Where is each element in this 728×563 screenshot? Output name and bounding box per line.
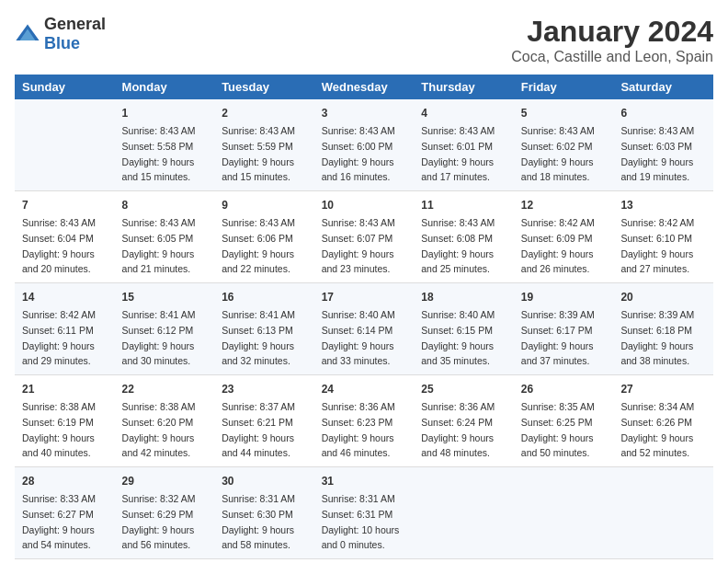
day-number: 2 <box>222 105 307 121</box>
calendar-cell: 9Sunrise: 8:43 AMSunset: 6:06 PMDaylight… <box>214 191 314 283</box>
col-sunday: Sunday <box>15 75 115 99</box>
day-info: Sunrise: 8:43 AMSunset: 6:04 PMDaylight:… <box>22 217 96 274</box>
calendar-cell: 3Sunrise: 8:43 AMSunset: 6:00 PMDaylight… <box>314 99 415 191</box>
calendar-cell: 11Sunrise: 8:43 AMSunset: 6:08 PMDayligh… <box>414 191 514 283</box>
day-info: Sunrise: 8:39 AMSunset: 6:18 PMDaylight:… <box>620 309 694 366</box>
day-number: 10 <box>322 197 407 213</box>
day-number: 30 <box>222 473 307 489</box>
logo-icon <box>15 21 40 47</box>
day-info: Sunrise: 8:43 AMSunset: 6:01 PMDaylight:… <box>421 125 495 182</box>
day-number: 17 <box>322 289 407 305</box>
day-info: Sunrise: 8:35 AMSunset: 6:25 PMDaylight:… <box>521 401 595 458</box>
col-thursday: Thursday <box>414 75 514 99</box>
logo-blue: Blue <box>44 34 80 52</box>
logo-text: General Blue <box>44 15 106 53</box>
calendar-table: Sunday Monday Tuesday Wednesday Thursday… <box>15 75 713 559</box>
col-wednesday: Wednesday <box>314 75 415 99</box>
calendar-cell: 31Sunrise: 8:31 AMSunset: 6:31 PMDayligh… <box>314 467 415 559</box>
calendar-week-row: 7Sunrise: 8:43 AMSunset: 6:04 PMDaylight… <box>15 191 713 283</box>
calendar-cell <box>15 99 115 191</box>
calendar-cell: 30Sunrise: 8:31 AMSunset: 6:30 PMDayligh… <box>214 467 314 559</box>
day-info: Sunrise: 8:39 AMSunset: 6:17 PMDaylight:… <box>521 309 595 366</box>
title-section: January 2024 Coca, Castille and Leon, Sp… <box>511 15 713 65</box>
calendar-cell <box>613 467 713 559</box>
day-number: 26 <box>521 381 607 397</box>
calendar-cell <box>514 467 614 559</box>
day-info: Sunrise: 8:43 AMSunset: 5:58 PMDaylight:… <box>122 125 196 182</box>
day-info: Sunrise: 8:43 AMSunset: 6:00 PMDaylight:… <box>322 125 395 182</box>
calendar-cell: 12Sunrise: 8:42 AMSunset: 6:09 PMDayligh… <box>514 191 614 283</box>
day-info: Sunrise: 8:41 AMSunset: 6:12 PMDaylight:… <box>122 309 196 366</box>
calendar-cell: 14Sunrise: 8:42 AMSunset: 6:11 PMDayligh… <box>15 283 115 375</box>
calendar-cell: 10Sunrise: 8:43 AMSunset: 6:07 PMDayligh… <box>314 191 415 283</box>
day-number: 18 <box>421 289 506 305</box>
day-number: 23 <box>222 381 307 397</box>
calendar-cell <box>414 467 514 559</box>
day-info: Sunrise: 8:41 AMSunset: 6:13 PMDaylight:… <box>222 309 295 366</box>
calendar-cell: 1Sunrise: 8:43 AMSunset: 5:58 PMDaylight… <box>115 99 215 191</box>
day-number: 28 <box>22 473 108 489</box>
calendar-cell: 23Sunrise: 8:37 AMSunset: 6:21 PMDayligh… <box>214 375 314 467</box>
day-number: 29 <box>122 473 208 489</box>
day-number: 13 <box>620 197 706 213</box>
calendar-cell: 28Sunrise: 8:33 AMSunset: 6:27 PMDayligh… <box>15 467 115 559</box>
calendar-cell: 25Sunrise: 8:36 AMSunset: 6:24 PMDayligh… <box>414 375 514 467</box>
calendar-cell: 2Sunrise: 8:43 AMSunset: 5:59 PMDaylight… <box>214 99 314 191</box>
day-info: Sunrise: 8:33 AMSunset: 6:27 PMDaylight:… <box>22 493 96 550</box>
day-number: 1 <box>122 105 208 121</box>
day-info: Sunrise: 8:43 AMSunset: 6:07 PMDaylight:… <box>322 217 395 274</box>
calendar-cell: 6Sunrise: 8:43 AMSunset: 6:03 PMDaylight… <box>613 99 713 191</box>
day-number: 15 <box>122 289 208 305</box>
day-number: 31 <box>322 473 407 489</box>
day-number: 25 <box>421 381 506 397</box>
calendar-cell: 4Sunrise: 8:43 AMSunset: 6:01 PMDaylight… <box>414 99 514 191</box>
day-info: Sunrise: 8:43 AMSunset: 6:06 PMDaylight:… <box>222 217 295 274</box>
calendar-cell: 17Sunrise: 8:40 AMSunset: 6:14 PMDayligh… <box>314 283 415 375</box>
day-info: Sunrise: 8:32 AMSunset: 6:29 PMDaylight:… <box>122 493 196 550</box>
calendar-cell: 21Sunrise: 8:38 AMSunset: 6:19 PMDayligh… <box>15 375 115 467</box>
subtitle: Coca, Castille and Leon, Spain <box>511 49 713 65</box>
day-number: 8 <box>122 197 208 213</box>
day-number: 3 <box>322 105 407 121</box>
day-number: 22 <box>122 381 208 397</box>
day-info: Sunrise: 8:43 AMSunset: 6:02 PMDaylight:… <box>521 125 595 182</box>
calendar-cell: 24Sunrise: 8:36 AMSunset: 6:23 PMDayligh… <box>314 375 415 467</box>
calendar-cell: 13Sunrise: 8:42 AMSunset: 6:10 PMDayligh… <box>613 191 713 283</box>
calendar-week-row: 14Sunrise: 8:42 AMSunset: 6:11 PMDayligh… <box>15 283 713 375</box>
day-number: 11 <box>421 197 506 213</box>
day-info: Sunrise: 8:38 AMSunset: 6:20 PMDaylight:… <box>122 401 196 458</box>
day-info: Sunrise: 8:43 AMSunset: 5:59 PMDaylight:… <box>222 125 295 182</box>
day-info: Sunrise: 8:42 AMSunset: 6:09 PMDaylight:… <box>521 217 595 274</box>
day-info: Sunrise: 8:43 AMSunset: 6:05 PMDaylight:… <box>122 217 196 274</box>
day-info: Sunrise: 8:36 AMSunset: 6:23 PMDaylight:… <box>322 401 395 458</box>
day-number: 14 <box>22 289 108 305</box>
calendar-cell: 8Sunrise: 8:43 AMSunset: 6:05 PMDaylight… <box>115 191 215 283</box>
day-info: Sunrise: 8:34 AMSunset: 6:26 PMDaylight:… <box>620 401 694 458</box>
day-number: 12 <box>521 197 607 213</box>
calendar-cell: 5Sunrise: 8:43 AMSunset: 6:02 PMDaylight… <box>514 99 614 191</box>
day-info: Sunrise: 8:31 AMSunset: 6:31 PMDaylight:… <box>322 493 400 550</box>
calendar-cell: 27Sunrise: 8:34 AMSunset: 6:26 PMDayligh… <box>613 375 713 467</box>
logo-general: General <box>44 15 106 33</box>
col-saturday: Saturday <box>613 75 713 99</box>
calendar-cell: 18Sunrise: 8:40 AMSunset: 6:15 PMDayligh… <box>414 283 514 375</box>
calendar-cell: 15Sunrise: 8:41 AMSunset: 6:12 PMDayligh… <box>115 283 215 375</box>
day-info: Sunrise: 8:31 AMSunset: 6:30 PMDaylight:… <box>222 493 295 550</box>
day-info: Sunrise: 8:40 AMSunset: 6:15 PMDaylight:… <box>421 309 495 366</box>
day-info: Sunrise: 8:43 AMSunset: 6:03 PMDaylight:… <box>620 125 694 182</box>
calendar-week-row: 1Sunrise: 8:43 AMSunset: 5:58 PMDaylight… <box>15 99 713 191</box>
calendar-cell: 29Sunrise: 8:32 AMSunset: 6:29 PMDayligh… <box>115 467 215 559</box>
calendar-cell: 16Sunrise: 8:41 AMSunset: 6:13 PMDayligh… <box>214 283 314 375</box>
day-number: 9 <box>222 197 307 213</box>
calendar-week-row: 28Sunrise: 8:33 AMSunset: 6:27 PMDayligh… <box>15 467 713 559</box>
day-number: 24 <box>322 381 407 397</box>
day-info: Sunrise: 8:38 AMSunset: 6:19 PMDaylight:… <box>22 401 96 458</box>
col-tuesday: Tuesday <box>214 75 314 99</box>
logo: General Blue <box>15 15 106 53</box>
calendar-header-row: Sunday Monday Tuesday Wednesday Thursday… <box>15 75 713 99</box>
col-friday: Friday <box>514 75 614 99</box>
day-number: 5 <box>521 105 607 121</box>
day-info: Sunrise: 8:42 AMSunset: 6:11 PMDaylight:… <box>22 309 96 366</box>
day-number: 19 <box>521 289 607 305</box>
day-number: 20 <box>620 289 706 305</box>
